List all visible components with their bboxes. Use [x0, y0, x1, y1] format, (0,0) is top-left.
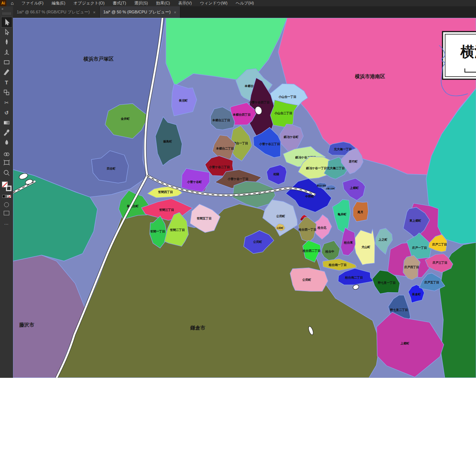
artboard-icon — [3, 159, 10, 167]
fill-stroke-swatches[interactable] — [2, 181, 12, 191]
menu-item-6[interactable]: 表示(V) — [174, 0, 196, 6]
menu-item-8[interactable]: ヘルプ(H) — [232, 0, 258, 6]
district-label: 桂台南二丁目 — [345, 276, 363, 279]
panel-expand-icon[interactable]: » — [0, 6, 3, 11]
district-label: 笠間一丁目 — [150, 230, 165, 233]
district-label: 鍛冶ケ谷一丁目 — [306, 167, 327, 170]
district-label: 小菅ケ谷三丁目 — [259, 142, 280, 146]
drawing-mode-button[interactable] — [4, 202, 9, 207]
eyedropper-icon — [3, 129, 10, 136]
menu-item-1[interactable]: 編集(E) — [48, 0, 70, 6]
district-label: 桂台南一丁目 — [328, 263, 347, 267]
district-label: 桂台東 — [344, 241, 353, 244]
district-label: 笠間二丁目 — [170, 228, 185, 232]
tab-close-icon[interactable]: × — [174, 10, 176, 15]
menu-item-7[interactable]: ウィンドウ(W) — [196, 0, 232, 6]
selection-icon — [3, 19, 10, 26]
blob-brush-tool[interactable] — [1, 138, 12, 148]
direct-selection-icon — [3, 29, 10, 36]
district-label: 若竹町 — [348, 160, 358, 163]
screen-mode-button[interactable] — [4, 211, 9, 215]
district-label: 柏陽 — [273, 173, 279, 176]
gradient-button[interactable] — [5, 195, 8, 198]
district-label: 犬山町 — [361, 245, 370, 249]
color-button[interactable] — [2, 195, 5, 198]
district-label: 尾月 — [357, 210, 363, 214]
menu-item-2[interactable]: オブジェクト(O) — [70, 0, 109, 6]
pen-tool[interactable] — [1, 37, 12, 47]
tools-panel: » T✂↺ … — [0, 6, 13, 378]
city-label: 横浜市港南区 — [355, 74, 386, 80]
district-label: 公田町 — [253, 240, 262, 244]
blob-brush-icon — [3, 139, 10, 147]
district-label: 東上郷町 — [409, 219, 421, 222]
zoom-icon — [3, 169, 10, 177]
free-transform-icon — [3, 89, 10, 96]
illustrator-logo[interactable]: Ai — [0, 0, 6, 6]
direct-selection-tool[interactable] — [1, 27, 12, 37]
district-label: 桂台北 — [317, 226, 327, 229]
rectangle-tool[interactable] — [1, 57, 12, 67]
rotate-view-tool[interactable]: ↺ — [1, 107, 12, 118]
tab-close-icon[interactable]: × — [93, 10, 95, 15]
tabs: 1ai* @ 66.67 % (RGB/CPU プレビュー)×1ai* @ 50… — [13, 6, 180, 18]
district-label: 鍛冶ケ谷町 — [316, 184, 326, 187]
district-label: 庄戸四丁目 — [404, 265, 419, 269]
district-label: 本郷台二丁目 — [216, 147, 234, 150]
district-label: 庄戸五丁目 — [424, 280, 439, 284]
district-label: 小菅ケ谷町 — [325, 187, 335, 190]
none-button[interactable] — [8, 195, 11, 198]
menu-item-5[interactable]: 効果(C) — [152, 0, 174, 6]
type-icon: T — [5, 80, 8, 86]
shape-builder-tool[interactable] — [1, 148, 12, 158]
district-label: 桂台中 — [325, 250, 334, 253]
map-artwork[interactable]: 本郷台五丁目小山台一丁目小菅ケ谷四丁目本郷台四丁目小山台二丁目鍛冶ケ谷町小菅ケ谷… — [13, 18, 476, 378]
gradient-tool[interactable] — [1, 118, 12, 128]
curvature-icon — [3, 49, 10, 56]
district-label: 野七里二丁目 — [390, 308, 408, 312]
type-tool[interactable]: T — [1, 77, 12, 87]
region-totsuka[interactable] — [13, 18, 166, 197]
edit-toolbar-ellipsis[interactable]: … — [4, 221, 9, 226]
district-label: 田谷町 — [107, 167, 116, 170]
district-label: 亀井町 — [337, 213, 347, 216]
scissors-icon: ✂ — [4, 100, 9, 106]
paint-type-row — [2, 195, 11, 198]
eyedropper-tool[interactable] — [1, 128, 12, 138]
fill-swatch-none[interactable] — [2, 181, 8, 187]
home-icon[interactable]: ⌂ — [11, 0, 14, 6]
menu-item-0[interactable]: ファイル(F) — [17, 0, 48, 6]
city-label: 藤沢市 — [19, 322, 35, 328]
zoom-tool[interactable] — [1, 168, 12, 178]
free-transform-tool[interactable] — [1, 87, 12, 97]
tool-slots: T✂↺ — [1, 17, 12, 178]
menu-item-4[interactable]: 選択(S) — [130, 0, 152, 6]
selection-tool[interactable] — [1, 17, 12, 27]
curvature-tool[interactable] — [1, 47, 12, 57]
district-label: 小山台一丁目 — [278, 95, 296, 99]
menu-bar: Ai ⌂ ファイル(F)編集(E)オブジェクト(O)書式(T)選択(S)効果(C… — [0, 0, 476, 6]
panel-grip[interactable] — [3, 12, 11, 15]
menu-item-3[interactable]: 書式(T) — [109, 0, 130, 6]
tab-label: 1ai* @ 50 % (RGB/CPU プレビュー) — [103, 9, 171, 15]
district-label: 公田町 — [276, 226, 283, 229]
artboard-canvas[interactable]: 本郷台五丁目小山台一丁目小菅ケ谷四丁目本郷台四丁目小山台二丁目鍛冶ケ谷町小菅ケ谷… — [13, 18, 476, 378]
document-tab-1[interactable]: 1ai* @ 50 % (RGB/CPU プレビュー)× — [100, 6, 180, 18]
district-label: 小山台二丁目 — [274, 111, 292, 115]
city-label: 鎌倉市 — [190, 325, 206, 331]
district-label: 庄戸一丁目 — [412, 246, 427, 250]
document-tab-0[interactable]: 1ai* @ 66.67 % (RGB/CPU プレビュー)× — [13, 6, 100, 18]
rotate-view-icon: ↺ — [4, 110, 9, 116]
pen-icon — [3, 39, 10, 46]
gradient-icon — [3, 119, 10, 126]
district-label: 笠間五丁目 — [196, 217, 212, 220]
district-label: 長沼町 — [178, 99, 188, 102]
scissors-tool[interactable]: ✂ — [1, 97, 12, 107]
menu-items: ファイル(F)編集(E)オブジェクト(O)書式(T)選択(S)効果(C)表示(V… — [17, 0, 258, 6]
artboard-tool[interactable] — [1, 158, 12, 168]
district-label: 金井町 — [120, 117, 130, 120]
district-label: 公田町 — [276, 215, 285, 218]
district-label: 笠間三丁目 — [159, 208, 174, 212]
paintbrush-tool[interactable] — [1, 67, 12, 77]
paintbrush-icon — [3, 69, 10, 76]
